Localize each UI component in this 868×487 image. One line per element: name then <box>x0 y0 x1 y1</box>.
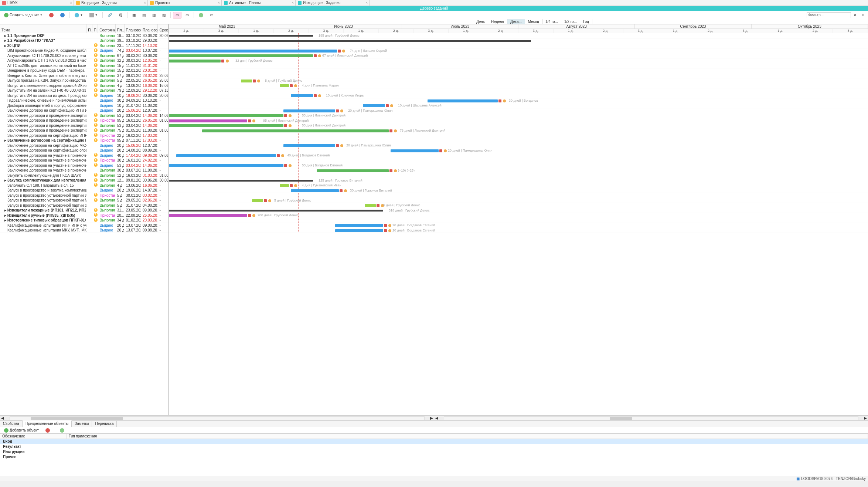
table-row[interactable]: Выпустить ИИ на заявки КСП-40 40-330,40-… <box>0 88 169 94</box>
gantt-bar[interactable] <box>169 119 247 122</box>
view2-button[interactable]: ▭ <box>183 12 191 18</box>
gantt-row[interactable]: 53 дня | Богданов Евгений <box>169 163 868 168</box>
table-row[interactable]: ▸ Закупка комплектующих для изготовления… <box>0 178 169 183</box>
table-row[interactable]: Актуализировать СТП 1709.02.018-2022 в ч… <box>0 58 169 64</box>
column-header[interactable]: Состояние <box>98 24 115 33</box>
refresh-button[interactable]: ▼ <box>72 12 85 18</box>
table-row[interactable]: Заключение договоров на сертификацию МКУ… <box>0 143 169 148</box>
table-row[interactable]: ▸ 1.2 Разработка ПО "УКАЗ"Выполняется39.… <box>0 38 169 44</box>
gantt-row[interactable] <box>169 133 868 138</box>
gantt-row[interactable] <box>169 158 868 163</box>
timescale-button[interactable]: День <box>473 19 488 24</box>
table-row[interactable]: Заключение договор на сертификацию ИП и … <box>0 108 169 114</box>
gantt-bar[interactable] <box>365 204 376 207</box>
table-row[interactable]: ▸ Заключение договоров на сертификацию И… <box>0 138 169 143</box>
table-row[interactable]: Заключение договоров на участие в приемо… <box>0 158 169 163</box>
column-header[interactable]: Пл... <box>116 24 125 33</box>
create-task-button[interactable]: Создать задание ▼ <box>1 12 45 18</box>
window-tab[interactable]: ШАУК× <box>0 0 74 6</box>
gantt-bar[interactable] <box>363 104 385 107</box>
attach-category[interactable]: Результат <box>0 444 868 449</box>
gantt-bar[interactable] <box>280 84 289 87</box>
close-icon[interactable]: × <box>70 1 72 5</box>
timescale-button[interactable]: 1/4 го... <box>542 19 561 24</box>
gantt-bar[interactable] <box>283 109 335 112</box>
gantt-bar[interactable] <box>169 114 283 117</box>
delete-button[interactable] <box>47 12 56 18</box>
table-row[interactable]: Досборка оповещателей в корпус, оформлен… <box>0 103 169 108</box>
gantt-row[interactable]: 318 дней | Грубский Денис <box>169 208 868 213</box>
column-header[interactable]: Планово... <box>141 24 158 33</box>
gantt-row[interactable]: 5 дней | Грубский Денис <box>169 203 868 208</box>
gantt-bar[interactable] <box>169 35 313 37</box>
table-row[interactable]: Выпустить извещение с корректировкой ИК … <box>0 83 169 88</box>
filter-input[interactable] <box>807 12 851 18</box>
gantt-row[interactable]: 200 дней | Грубский Денис <box>169 213 868 218</box>
gantt-row[interactable]: 30 дней | Богданов <box>169 98 868 104</box>
gantt-row[interactable] <box>169 193 868 198</box>
remove-object-button[interactable] <box>43 427 52 434</box>
grid-body[interactable]: ▸ 1.1 Проведение ОКРВыполняется19...03.1… <box>0 33 169 415</box>
gantt-bar[interactable] <box>169 50 337 53</box>
gantt-row[interactable]: 4 дня | Гумановский Иван <box>169 183 868 188</box>
gantt-bar[interactable] <box>291 189 339 192</box>
gantt-bar[interactable] <box>317 169 389 172</box>
gantt-row[interactable] <box>169 88 868 94</box>
h-scrollbar[interactable]: ◀ ▶ ◀ ▶ <box>0 415 868 420</box>
filter-clear-button[interactable]: ✕ <box>851 12 859 18</box>
gantt-row[interactable] <box>169 63 868 68</box>
column-header[interactable]: Срок <box>158 24 169 33</box>
attach-category[interactable]: Вход <box>0 439 868 444</box>
table-row[interactable]: Квалификационные испытания МКУ, МУП, МКШ… <box>0 228 169 233</box>
gantt-bar[interactable] <box>291 94 313 97</box>
timescale-button[interactable]: Дека... <box>507 19 525 24</box>
gantt-row[interactable] <box>169 218 868 223</box>
gantt-row[interactable]: 40 дней | Богданов Евгений <box>169 153 868 158</box>
gantt-row[interactable]: 76 дней | Ливинский Дмитрий <box>169 128 868 133</box>
outdent-button[interactable]: ▤ <box>140 12 148 18</box>
table-row[interactable]: Заключение договоров на сертификацию ИПР… <box>0 133 169 138</box>
attach-body[interactable]: ВходРезультатИнструкцииПрочее <box>0 439 868 476</box>
gantt-body[interactable]: 195 дней | Грубский Денис74 дня | Лапшин… <box>169 33 868 233</box>
table-row[interactable]: Актуализация СТП 1709.20.002 в плане уче… <box>0 53 169 58</box>
gantt-bar[interactable] <box>252 199 263 202</box>
gantt-row[interactable]: 53 дня | Ливинский Дмитрий <box>169 123 868 128</box>
gantt-row[interactable]: 5 дней | Грубский Денис <box>169 78 868 84</box>
window-tab[interactable]: Активные - Планы× <box>222 0 296 6</box>
table-row[interactable]: Запуск в производство установочной парти… <box>0 203 169 208</box>
refresh-objects-button[interactable] <box>57 427 67 434</box>
gantt-row[interactable]: 20 дней | Богданов Евгений <box>169 228 868 233</box>
gantt-row[interactable]: 20 дней | Богданов Евгений <box>169 223 868 228</box>
table-row[interactable]: Запуск в производство установочной парти… <box>0 193 169 198</box>
gantt-row[interactable]: 10 дней | Крючков Игорь <box>169 93 868 98</box>
window-tab[interactable]: Исходящие - Задания× <box>296 0 370 6</box>
card-button[interactable]: ▭ <box>207 12 216 18</box>
indent-button[interactable]: ▦ <box>130 12 138 18</box>
gantt-row[interactable]: 74 дня | Лапшин Сергей <box>169 48 868 54</box>
gantt-row[interactable] <box>169 38 868 44</box>
detail-tab[interactable]: Прикрепленные объекты <box>23 420 72 427</box>
col-label[interactable]: Обозначение <box>0 434 67 439</box>
attach-category[interactable]: Прочее <box>0 454 868 460</box>
column-header[interactable]: П... <box>86 24 92 33</box>
gantt-row[interactable]: 67 дней | Ливинский Дмитрий <box>169 53 868 58</box>
detail-tab[interactable]: Заметки <box>72 421 92 427</box>
gantt-row[interactable]: 125 дней | Горюнов Виталий <box>169 178 868 183</box>
add-object-button[interactable]: Добавить объект <box>1 427 41 434</box>
gantt-row[interactable]: 4 дня | Панегина Мария <box>169 83 868 88</box>
window-tab[interactable]: Проекты× <box>148 0 222 6</box>
window-tab[interactable]: Входящие - Задания× <box>74 0 148 6</box>
gantt-bar[interactable] <box>169 124 283 127</box>
table-row[interactable]: ▸ 1.1 Проведение ОКРВыполняется19...03.1… <box>0 33 169 38</box>
timescale-button[interactable]: 1/2 го... <box>561 19 580 24</box>
gantt-row[interactable]: 20 дней | Памеркшина Юлия <box>169 143 868 148</box>
table-row[interactable]: Внедрение в прошивку кода OEM - партнера… <box>0 68 169 74</box>
info-button[interactable] <box>58 12 67 18</box>
attach-category[interactable]: Инструкции <box>0 449 868 454</box>
table-row[interactable]: Выпустить ИИ по заявкам из цеха. Провод … <box>0 93 169 98</box>
table-row[interactable]: Заключение договоров на сертификацию опо… <box>0 148 169 153</box>
table-row[interactable]: Заключение договоров на участие в приемо… <box>0 163 169 168</box>
col-label[interactable]: Тип приложения <box>67 434 868 439</box>
detail-tab[interactable]: Переписка <box>92 421 117 427</box>
table-row[interactable]: ▸ Изготовление типовых образцов ППКП-01Ф… <box>0 218 169 223</box>
